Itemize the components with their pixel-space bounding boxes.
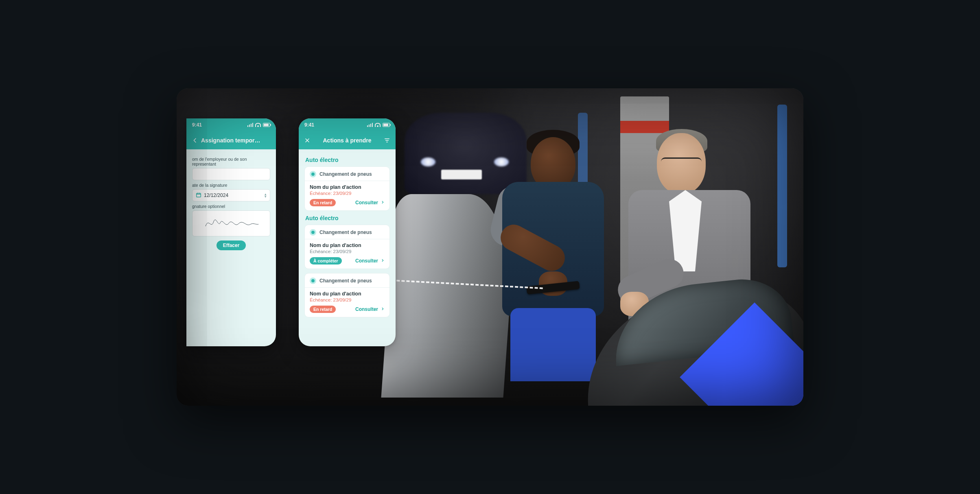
consult-link[interactable]: Consulter (355, 306, 385, 312)
back-icon[interactable] (191, 137, 199, 144)
consult-link[interactable]: Consulter (355, 200, 385, 205)
app-bar: Assignation temporaire (186, 131, 276, 149)
headlight-icon (421, 157, 435, 166)
consult-link[interactable]: Consulter (355, 258, 385, 264)
phone-mock-assignation: 9:41 Assignation temporaire om de l'empl… (186, 118, 276, 346)
status-indicators (247, 123, 270, 127)
filter-icon[interactable] (383, 137, 391, 144)
svg-rect-0 (197, 193, 201, 197)
consult-label: Consulter (355, 200, 378, 205)
deadline-label: Échéance: 23/09/29 (310, 297, 385, 302)
action-card[interactable]: Changement de pneusNom du plan d'actionÉ… (304, 166, 390, 211)
action-card[interactable]: Changement de pneusNom du plan d'actionÉ… (304, 225, 390, 269)
chevron-right-icon (381, 306, 385, 312)
clear-label: Effacer (223, 243, 240, 248)
plan-name: Nom du plan d'action (310, 243, 385, 248)
status-dot-icon (310, 278, 316, 284)
task-name: Changement de pneus (319, 171, 372, 177)
section-title: Auto électro (305, 157, 389, 163)
phone-mock-actions: 9:41 Actions à prendre Auto électroChang… (299, 118, 396, 346)
wifi-icon (375, 123, 381, 127)
close-icon[interactable] (304, 137, 311, 144)
task-name: Changement de pneus (319, 278, 372, 284)
deadline-label: Échéance: 23/09/29 (310, 191, 385, 196)
consult-label: Consulter (355, 258, 378, 264)
license-plate (441, 170, 482, 179)
status-indicators (367, 123, 390, 127)
date-input[interactable]: 12/12/2024 ▴▾ (192, 189, 270, 201)
mechanic-figure (486, 137, 616, 365)
consult-label: Consulter (355, 306, 378, 312)
signature-icon (203, 215, 260, 232)
status-dot-icon (310, 229, 316, 236)
signature-label: gnature optionnel (192, 204, 270, 209)
plan-name: Nom du plan d'action (310, 291, 385, 297)
status-dot-icon (310, 171, 316, 177)
wifi-icon (255, 123, 261, 127)
stepper-icon[interactable]: ▴▾ (265, 193, 267, 198)
signal-icon (247, 123, 253, 127)
battery-icon (263, 123, 270, 127)
clear-signature-button[interactable]: Effacer (217, 240, 246, 250)
deadline-label: Échéance: 23/09/29 (310, 249, 385, 254)
employer-label: om de l'employeur ou de son representant (192, 157, 270, 166)
app-bar: Actions à prendre (299, 131, 396, 149)
status-time: 9:41 (192, 122, 202, 128)
action-card[interactable]: Changement de pneusNom du plan d'actionÉ… (304, 273, 390, 317)
section-title: Auto électro (305, 215, 389, 221)
car-lift (777, 105, 787, 267)
date-label: ate de la signature (192, 183, 270, 188)
status-bar: 9:41 (299, 118, 396, 131)
form-body: om de l'employeur ou de son representant… (186, 149, 276, 257)
task-name: Changement de pneus (319, 230, 372, 235)
calendar-icon (196, 192, 201, 199)
date-value: 12/12/2024 (204, 192, 228, 198)
employer-input[interactable] (192, 168, 270, 180)
status-badge: À compléter (310, 257, 342, 264)
appbar-spacer (264, 137, 271, 144)
screen-title: Actions à prendre (311, 137, 383, 144)
status-badge: En retard (310, 306, 336, 313)
chevron-right-icon (381, 258, 385, 264)
battery-icon (383, 123, 390, 127)
plan-name: Nom du plan d'action (310, 184, 385, 190)
chevron-right-icon (381, 200, 385, 205)
screen-title: Assignation temporaire (199, 137, 264, 144)
actions-list: Auto électroChangement de pneusNom du pl… (299, 149, 396, 328)
signal-icon (367, 123, 373, 127)
signature-pad[interactable] (192, 210, 270, 236)
status-time: 9:41 (304, 122, 314, 128)
hero-stage: 9:41 Assignation temporaire om de l'empl… (177, 88, 803, 406)
status-bar: 9:41 (186, 118, 276, 131)
status-badge: En retard (310, 199, 336, 206)
